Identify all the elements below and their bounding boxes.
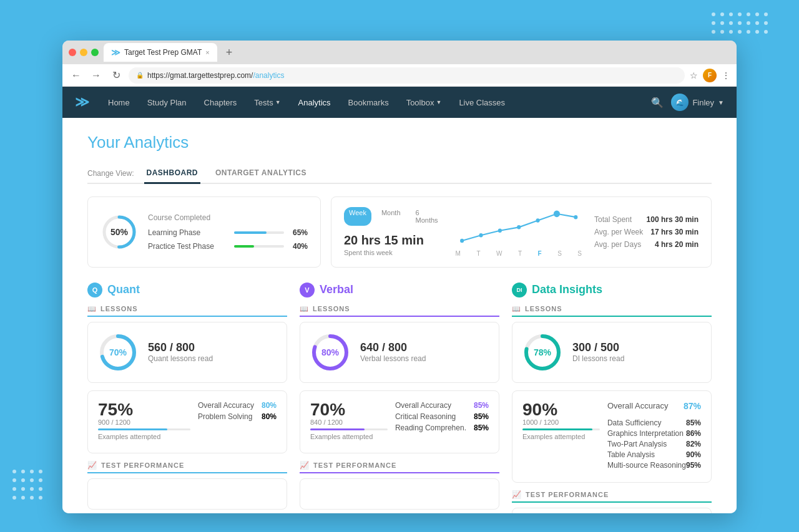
refresh-button[interactable]: ↻ [109,68,124,83]
chart-icon-di: 📈 [512,490,522,499]
di-lessons-sub: DI lessons read [572,354,624,363]
stats-row: 50% Course Completed Learning Phase [87,196,712,268]
di-test-perf-header: 📈 TEST PERFORMANCE [512,490,712,503]
maximize-button[interactable] [91,49,99,56]
verbal-lessons-card: 80% 640 / 800 Verbal lessons read [300,322,499,383]
day-w: W [496,250,502,257]
avg-week-label: Avg. per Week [594,228,643,236]
verbal-fraction: 640 / 800 [360,341,426,354]
nav-toolbox[interactable]: Toolbox ▼ [399,94,449,111]
verbal-label: Verbal [320,283,353,296]
view-tab-label: Change View: [87,169,134,178]
quant-donut: 70% [98,332,138,372]
verbal-acc-main: 70% 840 / 1200 Examples attempted [310,401,388,440]
quant-label: Quant [107,283,140,296]
day-s2: S [577,250,582,257]
time-tab-month[interactable]: Month [376,207,406,226]
address-right: ☆ F ⋮ [690,69,730,82]
chart-icon-verbal: 📈 [300,461,310,470]
tab-close-btn[interactable]: × [205,49,209,56]
svg-point-4 [498,229,501,233]
time-stats: Total Spent 100 hrs 30 min Avg. per Week… [594,207,699,257]
browser-tab[interactable]: ≫ Target Test Prep GMAT × [104,43,217,62]
quant-acc-right: Overall Accuracy 80% Problem Solving 80% [198,401,277,421]
quant-badge: Q [87,283,102,297]
quant-acc-fraction: 900 / 1200 [98,418,190,426]
verbal-acc-pct: 70% [310,401,388,418]
page-title: Your Analytics [87,133,712,152]
phase-bar-learning [234,231,284,234]
di-fraction: 300 / 500 [572,341,624,354]
phase-item-practice: Practice Test Phase 40% [148,242,308,251]
di-overall-row: Overall Accuracy 87% [607,401,701,411]
quant-lessons-sub: Quant lessons read [148,354,213,363]
di-acc-right: Overall Accuracy 87% Data Sufficiency 85… [607,401,701,470]
nav-logo[interactable]: ≫ [75,94,88,110]
menu-icon[interactable]: ⋮ [722,70,730,80]
verbal-lessons-header: 📖 LESSONS [300,305,499,317]
svg-point-2 [460,239,464,243]
quant-test-perf-header: 📈 TEST PERFORMANCE [87,461,287,473]
di-lessons-header: 📖 LESSONS [512,305,712,317]
url-bar[interactable]: 🔒 https://gmat.targettestprep.com//analy… [129,67,685,84]
nav-home[interactable]: Home [100,94,137,111]
di-lessons-card: 78% 300 / 500 DI lessons read [512,322,712,383]
di-title: DI Data Insights [512,283,712,297]
phase-name-learning: Learning Phase [148,228,229,237]
tab-title: Target Test Prep GMAT [124,48,202,57]
url-text: https://gmat.targettestprep.com//analyti… [147,71,284,80]
chart-icon-quant: 📈 [87,461,97,470]
book-icon-quant: 📖 [87,305,97,313]
di-graphics: Graphics Interpretation 86% [607,429,701,438]
verbal-acc-bar [310,428,388,430]
nav-live-classes[interactable]: Live Classes [451,94,512,111]
di-data-suff: Data Sufficiency 85% [607,418,701,427]
di-table: Table Analysis 90% [607,450,701,459]
verbal-acc-cr: Critical Reasoning 85% [395,412,489,421]
close-button[interactable] [69,49,76,56]
star-icon[interactable]: ☆ [690,70,698,80]
quant-acc-examples: Examples attempted [98,433,190,440]
time-tabs: Week Month 6 Months [344,207,443,226]
section-verbal: V Verbal 📖 LESSONS 80% [300,283,499,513]
search-icon[interactable]: 🔍 [651,97,664,109]
minimize-button[interactable] [80,49,87,56]
user-nav-arrow: ▼ [718,99,724,106]
tab-ontarget[interactable]: ONTARGET ANALYTICS [213,163,309,184]
verbal-accuracy-card: 70% 840 / 1200 Examples attempted [300,390,499,453]
nav-analytics[interactable]: Analytics [291,94,338,111]
quant-test-perf-card [87,478,287,510]
nav-chapters[interactable]: Chapters [197,94,245,111]
time-tab-6months[interactable]: 6 Months [411,207,443,226]
di-lessons-info: 300 / 500 DI lessons read [572,341,624,363]
time-tab-week[interactable]: Week [344,207,371,226]
tab-bar: ≫ Target Test Prep GMAT × + [62,41,737,64]
course-progress-circle: 50% [100,213,138,251]
user-avatar-small[interactable]: F [703,69,717,82]
user-menu[interactable]: 🌊 Finley ▼ [671,94,724,111]
di-donut: 78% [522,332,562,372]
verbal-acc-rc: Reading Comprehen. 85% [395,423,489,432]
quant-acc-bar [98,428,190,430]
avg-day-label: Avg. per Days [594,240,641,249]
new-tab-button[interactable]: + [222,46,237,59]
nav-tests[interactable]: Tests ▼ [247,94,288,111]
day-t2: T [518,250,522,257]
nav-study-plan[interactable]: Study Plan [140,94,194,111]
nav-bookmarks[interactable]: Bookmarks [341,94,396,111]
avg-week-val: 17 hrs 30 min [650,228,699,236]
di-two-part: Two-Part Analysis 82% [607,440,701,448]
svg-point-5 [517,225,521,229]
verbal-test-perf-card [300,478,499,510]
forward-button[interactable]: → [89,68,104,83]
di-test-perf-card: Overall Accuracy 80% [512,508,712,513]
verbal-lessons-sub: Verbal lessons read [360,354,426,363]
phase-item-learning: Learning Phase 65% [148,228,308,237]
back-button[interactable]: ← [69,68,84,83]
di-acc-examples: Examples attempted [522,433,600,440]
quant-lessons-header: 📖 LESSONS [87,305,287,317]
nav-right: 🔍 🌊 Finley ▼ [651,94,724,111]
svg-point-6 [536,218,539,222]
phase-name-practice: Practice Test Phase [148,242,229,251]
tab-dashboard[interactable]: DASHBOARD [144,163,201,184]
